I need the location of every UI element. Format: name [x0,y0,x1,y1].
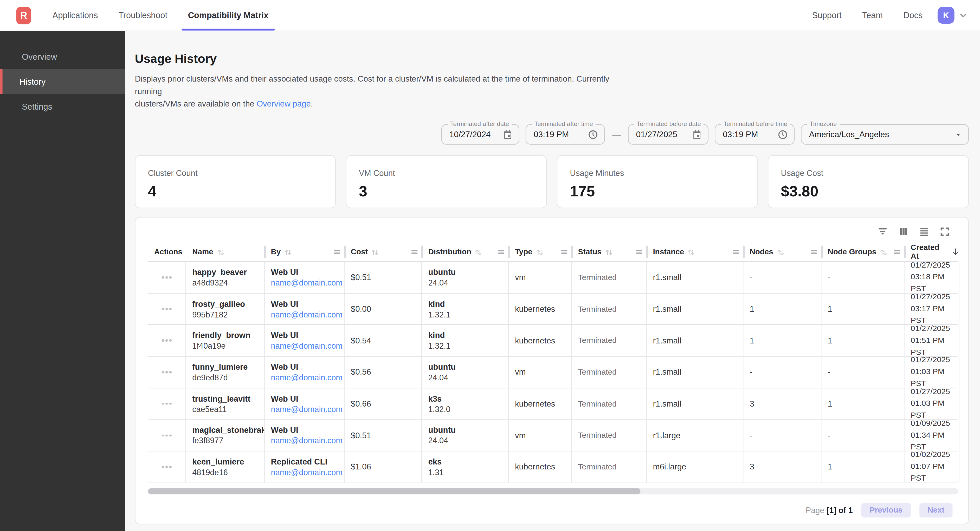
next-page-button[interactable]: Next [920,503,953,517]
topnav-item[interactable]: Applications [52,0,98,31]
timezone-select[interactable]: Timezone America/Los_Angeles [801,124,969,145]
fullscreen-icon[interactable] [939,226,949,236]
more-options-icon[interactable] [159,400,174,407]
table-row[interactable]: frosty_galileo 995b7182 Web UI name@doma… [148,293,958,325]
column-separator[interactable] [571,246,573,258]
scrollbar-thumb[interactable] [148,488,641,495]
sidebar-item[interactable]: Settings [0,94,125,119]
table-row[interactable]: magical_stonebraker fe3f8977 Web UI name… [148,420,958,452]
row-density-icon[interactable] [919,226,929,236]
email-link[interactable]: name@domain.com [271,341,344,350]
column-header[interactable]: By [265,243,345,262]
column-menu-icon[interactable] [636,250,643,254]
column-separator[interactable] [508,246,509,258]
table-row[interactable]: trusting_leavitt cae5ea11 Web UI name@do… [148,388,958,420]
view-columns-icon[interactable] [898,226,908,236]
created-at-cell: 01/09/2025 01:34 PM PST [905,420,959,451]
email-link[interactable]: name@domain.com [271,468,344,477]
sidebar-menu: Overview History Settings [0,44,125,119]
email-link[interactable]: name@domain.com [271,404,344,414]
more-options-icon[interactable] [159,337,174,344]
sort-arrows-icon[interactable] [776,248,784,256]
email-link[interactable]: name@domain.com [271,436,344,445]
topnav-item[interactable]: Support [812,0,842,31]
sort-arrows-icon[interactable] [371,248,379,256]
more-options-icon[interactable] [159,369,174,376]
column-separator[interactable] [421,246,423,258]
column-menu-icon[interactable] [334,250,340,254]
email-link[interactable]: name@domain.com [271,310,344,319]
column-separator[interactable] [344,246,345,258]
column-menu-icon[interactable] [733,250,739,254]
sidebar-item[interactable]: Overview [0,44,125,69]
app-logo[interactable]: R [16,6,31,24]
column-separator[interactable] [264,246,266,258]
created-by-source: Web UI [271,331,344,340]
terminated-before-date-field[interactable]: Terminated before date 01/27/2025 [628,124,708,145]
column-menu-icon[interactable] [561,250,568,254]
sidebar-item-label: Settings [22,102,52,111]
column-header[interactable]: Instance [647,243,743,262]
topnav-item[interactable]: Troubleshoot [119,0,167,31]
page-description: Displays prior clusters/VMs and their as… [135,73,634,110]
column-menu-icon[interactable] [811,250,817,254]
column-separator[interactable] [743,246,745,258]
terminated-before-time-field[interactable]: Terminated before time 03:19 PM [715,124,795,145]
previous-page-button[interactable]: Previous [861,503,910,517]
column-header[interactable]: Status [572,243,647,262]
chevron-down-icon[interactable] [959,11,967,20]
table-row[interactable]: keen_lumiere 4819de16 Replicated CLI nam… [148,452,958,483]
more-options-icon[interactable] [159,274,174,281]
filter-list-icon[interactable] [878,226,888,236]
calendar-icon[interactable] [503,130,512,139]
column-menu-icon[interactable] [412,250,418,254]
sort-arrows-icon[interactable] [687,248,695,256]
sort-arrows-icon[interactable] [879,248,888,256]
topnav-item[interactable]: Docs [903,0,923,31]
column-header[interactable]: Node Groups [821,243,904,262]
clock-icon[interactable] [778,129,788,139]
column-header[interactable]: Actions [148,243,186,262]
created-time: 01:34 PM PST [911,430,959,451]
distribution-cell: ubuntu 24.04 [422,262,509,293]
column-header[interactable]: Nodes [743,243,821,262]
email-link[interactable]: name@domain.com [271,373,344,382]
horizontal-scrollbar[interactable] [148,488,958,495]
column-header[interactable]: Cost [345,243,422,262]
table-row[interactable]: funny_lumiere de9ed87d Web UI name@domai… [148,357,958,388]
column-header[interactable]: Name [186,243,264,262]
email-link[interactable]: name@domain.com [271,278,344,287]
topnav-item[interactable]: Team [862,0,883,31]
by-cell: Replicated CLI name@domain.com [265,452,345,482]
table-row[interactable]: happy_beaver a48d9324 Web UI name@domain… [148,262,958,293]
column-separator[interactable] [646,246,648,258]
node-groups-cell: 1 [821,325,904,356]
cluster-name: friendly_brown [192,331,264,340]
more-options-icon[interactable] [159,463,174,471]
column-header[interactable]: Distribution [422,243,509,262]
sort-arrows-icon[interactable] [474,248,482,256]
field-value: 10/27/2024 [449,130,500,139]
user-avatar[interactable]: K [938,7,955,24]
calendar-icon[interactable] [692,130,702,139]
sort-arrows-icon[interactable] [284,248,292,256]
terminated-after-time-field[interactable]: Terminated after time 03:19 PM [526,124,605,145]
column-menu-icon[interactable] [498,250,504,254]
topnav-item[interactable]: Compatibility Matrix [188,0,269,31]
more-options-icon[interactable] [159,432,174,439]
column-menu-icon[interactable] [894,250,900,254]
column-header[interactable]: Created At [905,243,959,262]
column-header[interactable]: Type [509,243,572,262]
sort-arrows-icon[interactable] [536,248,544,256]
table-row[interactable]: friendly_brown 1f40a19e Web UI name@doma… [148,325,958,357]
column-separator[interactable] [904,246,905,258]
terminated-after-date-field[interactable]: Terminated after date 10/27/2024 [441,124,519,145]
column-separator[interactable] [821,246,822,258]
sorted-descending-icon[interactable] [951,247,959,257]
overview-page-link[interactable]: Overview page [257,99,311,109]
clock-icon[interactable] [588,129,598,139]
more-options-icon[interactable] [159,305,174,312]
sidebar-item[interactable]: History [0,69,125,94]
sort-arrows-icon[interactable] [216,248,224,256]
sort-arrows-icon[interactable] [605,248,613,256]
